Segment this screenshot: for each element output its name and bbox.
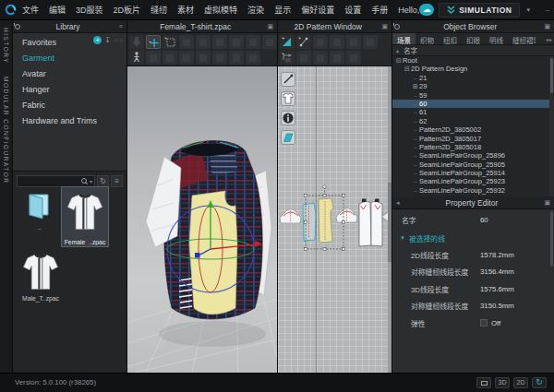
sidebar-item-hardware-and-trims[interactable]: Hardware and Trims	[13, 113, 126, 128]
sidebar-item-garment[interactable]: Garment	[13, 50, 126, 65]
minimize-button[interactable]: –	[542, 6, 553, 14]
view-2d-button[interactable]: 2D	[513, 377, 528, 388]
edit-pattern-tool-icon[interactable]	[296, 35, 311, 49]
menu-item-1[interactable]: 编辑	[49, 4, 66, 16]
collapse-icon[interactable]: ⊟	[403, 65, 411, 73]
simulation-dropdown-icon[interactable]: ▾	[524, 6, 532, 14]
sidebar-item-hanger[interactable]: Hanger	[13, 81, 126, 97]
ob-tab-0[interactable]: 场景	[392, 33, 416, 44]
info-button[interactable]	[281, 111, 295, 125]
popout-icon[interactable]: ▣	[540, 23, 554, 30]
popout-icon[interactable]: ▣	[378, 23, 391, 30]
menu-item-2[interactable]: 3D服装	[76, 4, 103, 16]
tree-scrollbar[interactable]	[549, 56, 554, 196]
pattern-2d-canvas[interactable]	[278, 66, 391, 373]
property-value[interactable]: 1575.6mm	[480, 285, 514, 293]
view-3d-button[interactable]: 3D	[495, 377, 510, 388]
forward-icon[interactable]: ▹	[120, 36, 124, 44]
sidebar-item-favorites[interactable]: Favorites+↧◃▹	[13, 34, 126, 50]
canvas-scrollbar[interactable]	[388, 66, 391, 373]
menu-item-8[interactable]: 显示	[274, 4, 291, 16]
tree-node-21[interactable]: –21	[392, 74, 549, 82]
tree-node-pattern2d-3805017[interactable]: –Pattern2D_3805017	[392, 135, 549, 143]
pin-icon[interactable]	[13, 23, 20, 30]
property-value[interactable]: 1578.2mm	[480, 251, 514, 259]
section-collapse-icon[interactable]: ▼	[400, 235, 405, 241]
elastic-checkbox[interactable]	[480, 319, 488, 327]
popout-icon[interactable]: ▣	[540, 199, 554, 207]
viewport-3d-canvas[interactable]	[127, 66, 277, 373]
import-icon[interactable]: ↧	[104, 36, 111, 44]
tree-node-59[interactable]: –59	[392, 91, 549, 100]
avatar-walk-tool-icon[interactable]	[129, 51, 144, 65]
popout-icon[interactable]: ▣	[263, 23, 277, 30]
collapse-icon[interactable]: ⊟	[395, 56, 403, 65]
file-item-female-tshirt[interactable]: Female_..zpac	[61, 186, 109, 247]
seam-tool-button[interactable]	[281, 72, 295, 87]
tree-node-pattern2d-3805002[interactable]: –Pattern2D_3805002	[392, 125, 549, 134]
tree-node-seamlinepairgroup-25896[interactable]: –SeamLinePairGroup_25896	[392, 151, 549, 160]
marquee-select-tool-icon[interactable]	[163, 35, 177, 49]
property-value[interactable]: 3150.5mm	[480, 302, 514, 310]
menu-item-5[interactable]: 素材	[177, 4, 194, 16]
name-value[interactable]: 60	[480, 216, 488, 224]
search-dropdown-icon[interactable]: ▾	[90, 178, 92, 184]
collapse-icon[interactable]: ◂	[392, 199, 403, 207]
property-value[interactable]: 3156.4mm	[480, 267, 514, 276]
select-move-tool-icon[interactable]	[146, 35, 161, 49]
file-item-male-tshirt[interactable]: Male_T..zpac	[18, 251, 63, 304]
tree-node-root[interactable]: ⊟Root	[392, 56, 549, 65]
tab-female-tshirt[interactable]: Female_T-shirt.zpac	[127, 22, 263, 31]
tab-2d-pattern-window[interactable]: 2D Pattern Window	[278, 22, 378, 31]
tree-node-seamlinepairgroup-25932[interactable]: –SeamLinePairGroup_25932	[392, 186, 549, 195]
tree-node-seamlinepairgroup-25923[interactable]: –SeamLinePairGroup_25923	[392, 177, 549, 185]
tab-scroll-left-icon[interactable]: ◂	[546, 36, 548, 44]
property-editor-scrollbar[interactable]	[549, 209, 554, 373]
menu-item-7[interactable]: 渲染	[247, 4, 264, 16]
back-icon[interactable]: ◃	[114, 36, 117, 44]
menu-item-10[interactable]: 设置	[344, 4, 361, 16]
cloud-icon[interactable]: ☁	[419, 4, 434, 16]
menu-item-9[interactable]: 偏好设置	[301, 4, 334, 16]
menu-item-3[interactable]: 2D板片	[114, 4, 141, 16]
view-mode-button[interactable]: ≡	[111, 175, 123, 187]
move-pattern-tool-icon[interactable]	[280, 51, 295, 65]
tree-node-62[interactable]: –62	[392, 117, 549, 125]
show-pattern-button[interactable]	[281, 130, 295, 145]
menu-item-12[interactable]: Hello,	[398, 6, 419, 15]
pin-icon[interactable]	[392, 23, 400, 30]
simulate-tool-icon[interactable]	[129, 35, 144, 49]
tab-scroll-right-icon[interactable]: ▸	[549, 36, 552, 44]
sync-button[interactable]: ↻	[532, 377, 547, 388]
ob-tab-5[interactable]: 缝纫褶皱	[508, 33, 536, 44]
menu-item-4[interactable]: 缝纫	[151, 4, 167, 16]
parent-folder-item[interactable]: ..	[24, 192, 55, 229]
menu-item-11[interactable]: 手册	[371, 4, 388, 16]
elastic-value[interactable]: Off	[480, 319, 500, 327]
ob-tab-2[interactable]: 纽扣	[439, 33, 462, 44]
ob-tab-1[interactable]: 织物	[416, 33, 439, 44]
expand-icon[interactable]: ⊞	[412, 82, 419, 90]
ob-tab-4[interactable]: 明线	[485, 33, 508, 44]
property-section[interactable]: ▼ 被选择的线	[392, 232, 549, 244]
tree-node-pattern2d-3805018[interactable]: –Pattern2D_3805018	[392, 143, 549, 151]
history-tab[interactable]: HISTORY	[3, 28, 9, 64]
ob-tab-3[interactable]: 扣眼	[462, 33, 485, 44]
viewport-layout-button[interactable]	[476, 377, 491, 388]
tree-node-61[interactable]: –61	[392, 108, 549, 116]
collapse-panel-icon[interactable]: «	[115, 23, 126, 30]
menu-item-6[interactable]: 虚拟模特	[204, 4, 237, 16]
add-favorite-icon[interactable]: +	[93, 36, 102, 44]
transform-pattern-tool-icon[interactable]	[280, 35, 295, 49]
sidebar-item-avatar[interactable]: Avatar	[13, 65, 126, 81]
simulation-button[interactable]: SIMULATION	[439, 3, 520, 18]
tree-node-2d-pattern-design[interactable]: ⊟2D Pattern Design	[392, 65, 549, 73]
sidebar-item-fabric[interactable]: Fabric	[13, 97, 126, 113]
tree-node-seamlinepairgroup-25905[interactable]: –SeamLinePairGroup_25905	[392, 160, 549, 169]
garment-view-button[interactable]	[281, 91, 295, 106]
tree-node-seamlinepairgroup-25914[interactable]: –SeamLinePairGroup_25914	[392, 169, 549, 177]
collapse-all-icon[interactable]: ▴	[392, 47, 403, 53]
modular-configurator-tab[interactable]: MODULAR CONFIGURATOR	[3, 77, 9, 184]
tree-node-60[interactable]: –60	[392, 100, 549, 108]
menu-item-0[interactable]: 文件	[22, 4, 39, 16]
